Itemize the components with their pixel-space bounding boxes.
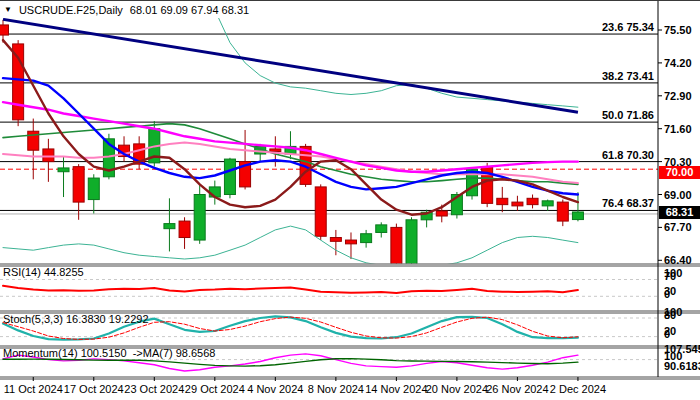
date-tick-label: 11 Oct 2024 — [4, 383, 63, 395]
price-axis[interactable]: 75.5074.2072.9071.6070.3069.0067.7066.40… — [658, 1, 700, 377]
date-tick-label: 17 Oct 2024 — [64, 383, 124, 395]
candle-body — [391, 227, 402, 271]
fib-level-label: 38.2 73.41 — [602, 70, 654, 82]
date-tick-label: 2 Dec 2024 — [550, 383, 606, 395]
candle-body — [376, 225, 387, 233]
ohlc-values: 68.01 69.09 67.94 68.31 — [130, 4, 249, 16]
fib-level-label: 50.0 71.86 — [602, 109, 654, 121]
price-tick-label: 66.40 — [664, 254, 692, 266]
momentum-axis-label: 90.6183 — [664, 360, 700, 372]
candle-body — [13, 44, 24, 120]
price-tick-label: 75.50 — [664, 24, 692, 36]
envelope-lower-line — [3, 226, 578, 268]
candle-body — [527, 198, 538, 204]
rsi-indicator-label: RSI(14) 44.8255 — [3, 266, 84, 278]
symbol-menu-icon[interactable]: ▼ — [4, 5, 12, 15]
price-tick-label: 69.00 — [664, 189, 692, 201]
date-tick-label: 14 Nov 2024 — [365, 383, 427, 395]
descending-trendline[interactable] — [3, 19, 578, 112]
price-tick-label: 74.20 — [664, 57, 692, 69]
candle-body — [0, 25, 9, 35]
date-tick-label: 20 Nov 2024 — [426, 383, 488, 395]
price-tick-label: 67.70 — [664, 221, 692, 233]
date-axis[interactable]: 11 Oct 202417 Oct 202423 Oct 202429 Oct … — [4, 377, 606, 395]
envelope-upper-line — [215, 10, 578, 107]
last-price-badge: 68.31 — [659, 206, 700, 219]
candle-body — [164, 224, 175, 229]
candle-body — [345, 240, 356, 244]
rsi-line — [3, 286, 578, 293]
stoch-indicator-label: Stoch(5,3,3) 16.3830 19.2292 — [3, 313, 149, 325]
price-tick-label: 71.60 — [664, 123, 692, 135]
date-tick-label: 23 Oct 2024 — [124, 383, 184, 395]
candle-body — [512, 202, 523, 206]
symbol-period-label: USCRUDE.F25,Daily — [19, 4, 123, 16]
candle-body — [330, 238, 341, 242]
chart-canvas[interactable]: 23.6 75.3438.2 73.4150.0 71.8661.8 70.30… — [0, 1, 700, 400]
candle-body — [270, 149, 281, 152]
fib-level-label: 61.8 70.30 — [602, 149, 654, 161]
candle-body — [572, 212, 583, 220]
stoch-axis-label: 0 — [664, 328, 670, 340]
candle-body — [542, 201, 553, 206]
chart-window: 23.6 75.3438.2 73.4150.0 71.8661.8 70.30… — [0, 0, 700, 400]
date-tick-label: 26 Nov 2024 — [486, 383, 548, 395]
momentum-indicator-label: Momentum(14) 100.5150 ->MA(7) 98.6568 — [3, 347, 215, 359]
stoch-axis-label: 80 — [664, 309, 676, 321]
candle-body — [557, 202, 568, 221]
candle-body — [179, 221, 190, 237]
candle-body — [315, 187, 326, 236]
candle-body — [361, 234, 372, 243]
candle-body — [43, 149, 54, 162]
bid-price-badge: 70.00 — [659, 166, 700, 179]
rsi-axis-label: 0 — [664, 288, 670, 300]
chart-title-bar: ▼ USCRUDE.F25,Daily 68.01 69.09 67.94 68… — [4, 4, 249, 16]
candle-body — [497, 198, 508, 204]
price-tick-label: 72.90 — [664, 90, 692, 102]
date-tick-label: 29 Oct 2024 — [185, 383, 245, 395]
candle-body — [194, 195, 205, 241]
fib-level-label: 76.4 68.37 — [602, 197, 654, 209]
candle-body — [73, 167, 84, 202]
candle-body — [436, 211, 447, 216]
date-tick-label: 8 Nov 2024 — [308, 383, 364, 395]
rsi-axis-label: 70 — [664, 270, 676, 282]
candle-body — [88, 178, 99, 200]
date-tick-label: 4 Nov 2024 — [247, 383, 303, 395]
fib-level-label: 23.6 75.34 — [602, 21, 655, 33]
candle-body — [58, 168, 69, 172]
candle-body — [224, 159, 235, 194]
